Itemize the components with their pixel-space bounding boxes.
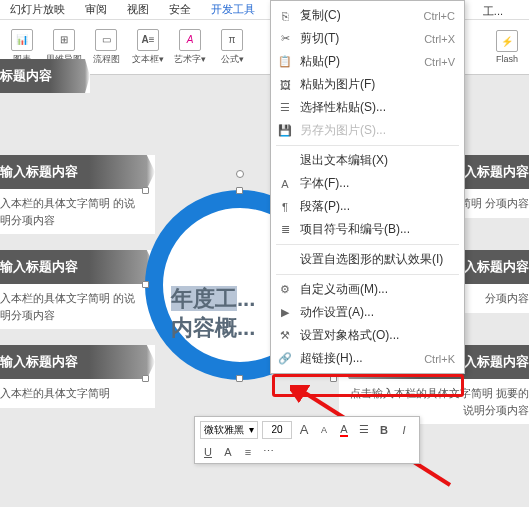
resize-handle-nw[interactable] xyxy=(142,187,149,194)
menu-save-as-image: 💾另存为图片(S)... xyxy=(272,119,463,142)
highlight-button[interactable]: A xyxy=(220,444,236,460)
flowchart-button[interactable]: ▭流程图 xyxy=(88,22,124,72)
resize-handle-n[interactable] xyxy=(236,187,243,194)
italic-button[interactable]: I xyxy=(396,422,412,438)
search-text: 工... xyxy=(473,2,513,21)
left-box1-header: 输入标题内容 xyxy=(0,155,155,189)
slide-canvas: 标题内容 输入标题内容 入本栏的具体文字简明 的说明分项内容 输入标题内容 入本… xyxy=(0,75,529,507)
font-icon: A xyxy=(278,178,292,190)
left-box2-header: 输入标题内容 xyxy=(0,250,155,284)
menu-slideshow[interactable]: 幻灯片放映 xyxy=(0,0,75,19)
left-box3-text: 入本栏的具体文字简明 xyxy=(0,379,155,408)
paste-icon: 📋 xyxy=(278,55,292,68)
resize-handle-s[interactable] xyxy=(236,375,243,382)
menu-view[interactable]: 视图 xyxy=(117,0,159,19)
chevron-down-icon: ▾ xyxy=(249,424,254,435)
increase-font-button[interactable]: A xyxy=(296,422,312,438)
menu-exit-text-edit[interactable]: 退出文本编辑(X) xyxy=(272,149,463,172)
flash-button[interactable]: ⚡Flash xyxy=(489,22,525,72)
font-color-button[interactable]: A xyxy=(336,422,352,438)
wordart-icon: A xyxy=(179,29,201,51)
menu-paste[interactable]: 📋粘贴(P)Ctrl+V xyxy=(272,50,463,73)
menu-review[interactable]: 审阅 xyxy=(75,0,117,19)
font-family-select[interactable]: 微软雅黑▾ xyxy=(200,421,258,439)
title-header: 标题内容 xyxy=(0,59,90,93)
center-line1: 年度工 xyxy=(171,286,237,311)
paragraph-icon: ¶ xyxy=(278,201,292,213)
animation-icon: ⚙ xyxy=(278,283,292,296)
center-text[interactable]: 年度工... 内容概... xyxy=(171,285,255,342)
textbox-button[interactable]: A≡文本框▾ xyxy=(130,22,166,72)
left-box2-text: 入本栏的具体文字简明 的说明分项内容 xyxy=(0,284,155,329)
format-icon: ⚒ xyxy=(278,329,292,342)
resize-handle-se[interactable] xyxy=(330,375,337,382)
align-button[interactable]: ≡ xyxy=(240,444,256,460)
cut-icon: ✂ xyxy=(278,32,292,45)
rotate-handle[interactable] xyxy=(236,170,244,178)
save-image-icon: 💾 xyxy=(278,124,292,137)
menu-bullets[interactable]: ≣项目符号和编号(B)... xyxy=(272,218,463,241)
menu-copy[interactable]: ⎘复制(C)Ctrl+C xyxy=(272,4,463,27)
left-box1-text: 入本栏的具体文字简明 的说明分项内容 xyxy=(0,189,155,234)
resize-handle-w[interactable] xyxy=(142,281,149,288)
decrease-font-button[interactable]: A xyxy=(316,422,332,438)
menu-hyperlink[interactable]: 🔗超链接(H)...Ctrl+K xyxy=(272,347,463,370)
flash-icon: ⚡ xyxy=(496,30,518,52)
chart-icon: 📊 xyxy=(11,29,33,51)
flowchart-icon: ▭ xyxy=(95,29,117,51)
action-icon: ▶ xyxy=(278,306,292,319)
formula-button[interactable]: π公式▾ xyxy=(214,22,250,72)
bullets-button[interactable]: ☰ xyxy=(356,422,372,438)
underline-button[interactable]: U xyxy=(200,444,216,460)
menu-custom-animation[interactable]: ⚙自定义动画(M)... xyxy=(272,278,463,301)
bold-button[interactable]: B xyxy=(376,422,392,438)
font-size-select[interactable]: 20 xyxy=(262,421,292,439)
center-line2: 内容概 xyxy=(171,315,237,340)
menu-object-format[interactable]: ⚒设置对象格式(O)... xyxy=(272,324,463,347)
menu-action-settings[interactable]: ▶动作设置(A)... xyxy=(272,301,463,324)
mindmap-icon: ⊞ xyxy=(53,29,75,51)
textbox-icon: A≡ xyxy=(137,29,159,51)
menu-shape-default[interactable]: 设置自选图形的默认效果(I) xyxy=(272,248,463,271)
formula-icon: π xyxy=(221,29,243,51)
menu-separator xyxy=(276,274,459,275)
menu-paste-special[interactable]: ☰选择性粘贴(S)... xyxy=(272,96,463,119)
paste-image-icon: 🖼 xyxy=(278,79,292,91)
menu-paragraph[interactable]: ¶段落(P)... xyxy=(272,195,463,218)
menu-cut[interactable]: ✂剪切(T)Ctrl+X xyxy=(272,27,463,50)
menu-devtools[interactable]: 开发工具 xyxy=(201,0,265,19)
menu-separator xyxy=(276,244,459,245)
menu-paste-as-image[interactable]: 🖼粘贴为图片(F) xyxy=(272,73,463,96)
copy-icon: ⎘ xyxy=(278,10,292,22)
menu-security[interactable]: 安全 xyxy=(159,0,201,19)
paste-special-icon: ☰ xyxy=(278,101,292,114)
hyperlink-icon: 🔗 xyxy=(278,352,292,365)
more-button[interactable]: ⋯ xyxy=(260,444,276,460)
menu-separator xyxy=(276,145,459,146)
context-menu: ⎘复制(C)Ctrl+C ✂剪切(T)Ctrl+X 📋粘贴(P)Ctrl+V 🖼… xyxy=(270,0,465,374)
menu-font[interactable]: A字体(F)... xyxy=(272,172,463,195)
resize-handle-sw[interactable] xyxy=(142,375,149,382)
left-box3-header: 输入标题内容 xyxy=(0,345,155,379)
bullets-icon: ≣ xyxy=(278,223,292,236)
mini-toolbar: 微软雅黑▾ 20 A A A ☰ B I U A ≡ ⋯ xyxy=(194,416,420,464)
wordart-button[interactable]: A艺术字▾ xyxy=(172,22,208,72)
